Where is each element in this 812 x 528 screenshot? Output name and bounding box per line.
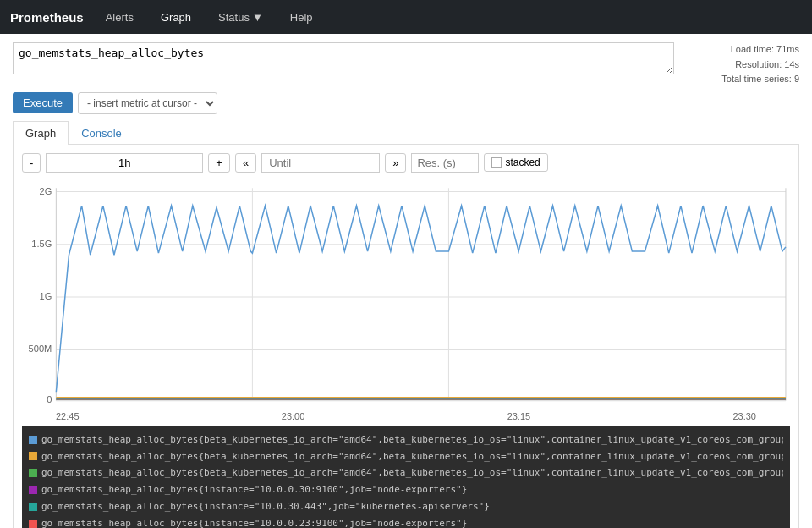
time-range-input[interactable] bbox=[46, 153, 203, 173]
execute-button[interactable]: Execute bbox=[13, 92, 73, 113]
resolution-input[interactable] bbox=[411, 153, 479, 173]
x-axis-labels: 22:45 23:00 23:15 23:30 bbox=[22, 410, 790, 426]
legend-color-2 bbox=[29, 469, 37, 477]
legend: go_memstats_heap_alloc_bytes{beta_kubern… bbox=[22, 426, 790, 528]
svg-text:0: 0 bbox=[47, 393, 52, 404]
legend-color-3 bbox=[29, 486, 37, 494]
svg-text:2G: 2G bbox=[40, 185, 52, 195]
zoom-in-button[interactable]: + bbox=[208, 153, 230, 173]
svg-text:1G: 1G bbox=[40, 291, 52, 301]
svg-text:1.5G: 1.5G bbox=[31, 239, 52, 249]
chart-svg[interactable]: 2G 1.5G 1G 500M 0 bbox=[22, 181, 790, 410]
nav-graph[interactable]: Graph bbox=[156, 4, 196, 30]
until-input[interactable] bbox=[261, 153, 380, 173]
list-item: go_memstats_heap_alloc_bytes{instance="1… bbox=[29, 498, 783, 515]
list-item: go_memstats_heap_alloc_bytes{beta_kubern… bbox=[29, 432, 783, 448]
legend-color-4 bbox=[29, 503, 37, 511]
legend-color-5 bbox=[29, 520, 37, 528]
stacked-checkbox-icon bbox=[491, 157, 502, 168]
back-button[interactable]: « bbox=[235, 153, 256, 173]
list-item: go_memstats_heap_alloc_bytes{instance="1… bbox=[29, 515, 783, 528]
chart-container: 2G 1.5G 1G 500M 0 bbox=[22, 181, 790, 410]
metric-at-cursor-select[interactable]: - insert metric at cursor - bbox=[78, 92, 217, 114]
svg-text:500M: 500M bbox=[29, 344, 52, 354]
legend-color-0 bbox=[29, 436, 37, 444]
tab-graph[interactable]: Graph bbox=[13, 121, 69, 145]
nav-help[interactable]: Help bbox=[285, 4, 318, 30]
list-item: go_memstats_heap_alloc_bytes{beta_kubern… bbox=[29, 448, 783, 465]
list-item: go_memstats_heap_alloc_bytes{instance="1… bbox=[29, 481, 783, 498]
zoom-out-button[interactable]: - bbox=[22, 153, 41, 173]
graph-panel: - + « » stacked 2G 1.5G 1G bbox=[13, 145, 799, 528]
nav-status[interactable]: Status ▼ bbox=[213, 4, 268, 30]
legend-color-1 bbox=[29, 452, 37, 460]
stacked-button[interactable]: stacked bbox=[484, 153, 547, 172]
tab-console[interactable]: Console bbox=[69, 121, 134, 145]
chevron-down-icon: ▼ bbox=[252, 11, 263, 24]
load-info: Load time: 71ms Resolution: 14s Total ti… bbox=[681, 42, 799, 87]
list-item: go_memstats_heap_alloc_bytes{beta_kubern… bbox=[29, 465, 783, 481]
forward-button[interactable]: » bbox=[385, 153, 406, 173]
brand: Prometheus bbox=[10, 10, 84, 25]
query-input[interactable]: go_memstats_heap_alloc_bytes bbox=[13, 42, 674, 74]
nav-alerts[interactable]: Alerts bbox=[101, 4, 139, 30]
